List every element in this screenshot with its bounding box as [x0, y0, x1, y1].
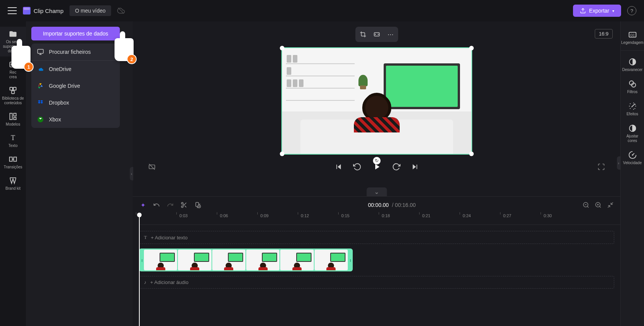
playback-controls: [133, 155, 620, 179]
clipchamp-icon: [23, 7, 31, 15]
expand-timeline-handle[interactable]: ⌄: [366, 187, 387, 196]
resize-handle-tl[interactable]: [280, 46, 284, 50]
sidebar-item-media[interactable]: Os seus suportes de dados: [0, 27, 26, 56]
import-media-button[interactable]: Importar suportes de dados: [31, 27, 120, 40]
svg-rect-12: [38, 49, 44, 53]
svg-line-22: [185, 206, 186, 207]
import-onedrive[interactable]: OneDrive: [31, 61, 120, 77]
media-panel: Importar suportes de dados Procurar fich…: [26, 21, 133, 326]
music-icon: ♪: [144, 279, 147, 285]
export-button[interactable]: Exportar ▾: [573, 5, 621, 17]
more-tools[interactable]: ⋯: [384, 28, 397, 40]
play-button[interactable]: [372, 162, 381, 171]
timeline-ruler[interactable]: 00:030:060:090:120:150:180:210:240:270:3…: [139, 213, 620, 225]
forward-5s-button[interactable]: [392, 163, 400, 171]
duplicate-tool[interactable]: [194, 202, 202, 208]
crop-tool[interactable]: [357, 28, 369, 40]
monitor-icon: [37, 48, 44, 56]
xbox-icon: [37, 116, 44, 123]
sidebar-item-record[interactable]: Rec crea: [0, 57, 26, 82]
svg-point-20: [181, 206, 183, 208]
video-preview-canvas[interactable]: ↻: [281, 47, 472, 155]
import-xbox[interactable]: Xbox: [31, 111, 120, 128]
timeline-section: ✦ 00:00.00 / 00:16.00 00:030:060:0: [133, 196, 620, 326]
svg-rect-11: [14, 157, 16, 161]
skip-back-button[interactable]: [335, 163, 342, 171]
sidebar-item-captions[interactable]: CC Legendagem: [621, 27, 644, 51]
rewind-5s-button[interactable]: [353, 163, 362, 171]
zoom-in-button[interactable]: [594, 202, 602, 208]
sidebar-item-text[interactable]: T Texto: [0, 131, 26, 151]
ruler-tick: 0:15: [341, 213, 349, 218]
svg-line-34: [608, 206, 610, 208]
audio-track[interactable]: ♪ + Adicionar áudio: [139, 276, 614, 289]
svg-point-3: [11, 63, 13, 66]
video-clip[interactable]: || ||: [139, 249, 353, 271]
hide-preview-button[interactable]: [148, 163, 156, 171]
ruler-tick: 0:06: [220, 213, 228, 218]
timecode-display: 00:00.00 / 00:16.00: [368, 202, 416, 208]
import-dropbox[interactable]: Dropbox: [31, 94, 120, 111]
magic-tool[interactable]: ✦: [139, 202, 147, 209]
ruler-tick: 0:12: [301, 213, 309, 218]
help-button[interactable]: ?: [627, 6, 636, 15]
fit-tool[interactable]: [371, 28, 383, 40]
main-area: ‹ ⋯ 16:9 ↻: [133, 21, 620, 326]
svg-point-19: [181, 202, 183, 204]
preview-area: ⋯ 16:9 ↻: [133, 21, 620, 196]
fullscreen-button[interactable]: [597, 163, 605, 171]
split-tool[interactable]: [180, 202, 188, 208]
sidebar-item-effects[interactable]: Efeitos: [621, 98, 644, 120]
sidebar-item-templates[interactable]: Modelos: [0, 109, 26, 130]
record-icon: [9, 60, 17, 69]
sidebar-item-colors[interactable]: Ajustar cores: [621, 120, 644, 147]
svg-line-33: [611, 202, 613, 204]
ruler-tick: 0:27: [503, 213, 511, 218]
svg-rect-9: [14, 118, 16, 120]
svg-rect-7: [10, 113, 12, 120]
skip-forward-button[interactable]: [411, 163, 419, 171]
import-dropdown-menu: Procurar ficheiros OneDrive Google Drive…: [31, 44, 120, 128]
app-header: Clip Champ O meu vídeo Exportar ▾ ?: [0, 0, 644, 21]
sidebar-item-transitions[interactable]: Transições: [0, 152, 26, 173]
svg-line-27: [587, 206, 588, 207]
resize-handle-tr[interactable]: [469, 46, 474, 50]
zoom-out-button[interactable]: [582, 202, 590, 208]
svg-line-23: [183, 204, 184, 205]
folder-icon: [9, 30, 17, 38]
svg-line-30: [599, 206, 600, 207]
import-browse-files[interactable]: Procurar ficheiros: [31, 44, 120, 61]
text-track[interactable]: T + Adicionar texto: [139, 231, 614, 244]
undo-button[interactable]: [153, 202, 160, 208]
app-logo[interactable]: Clip Champ: [23, 7, 63, 15]
menu-button[interactable]: [8, 7, 17, 14]
fade-icon: [628, 58, 637, 66]
video-track[interactable]: || ||: [139, 249, 614, 271]
preview-toolbar: ⋯: [355, 27, 398, 42]
sidebar-item-library[interactable]: Biblioteca de conteúdos: [0, 83, 26, 108]
sidebar-item-brandkit[interactable]: Brand kit: [0, 173, 26, 194]
clip-handle-right[interactable]: ||: [349, 250, 352, 270]
ruler-tick: 0:18: [382, 213, 390, 218]
collapse-right-panel-button[interactable]: ›: [617, 157, 620, 170]
sidebar-item-fade[interactable]: Desvanecer: [621, 54, 644, 76]
import-googledrive[interactable]: Google Drive: [31, 77, 120, 94]
text-icon: T: [9, 134, 17, 142]
filters-icon: [628, 80, 637, 88]
templates-icon: [9, 112, 17, 121]
sidebar-item-filters[interactable]: Filtros: [621, 76, 644, 98]
svg-rect-5: [13, 87, 16, 90]
aspect-ratio-selector[interactable]: 16:9: [595, 29, 613, 39]
left-sidebar: Os seus suportes de dados Rec crea Bibli…: [0, 21, 26, 326]
project-title-input[interactable]: O meu vídeo: [69, 5, 111, 16]
zoom-fit-button[interactable]: [607, 202, 614, 208]
googledrive-icon: [37, 82, 44, 90]
timeline-tracks: T + Adicionar texto ||: [133, 225, 620, 326]
sidebar-item-speed[interactable]: Velocidade: [621, 147, 644, 169]
redo-button[interactable]: [166, 202, 174, 208]
playhead[interactable]: [139, 213, 140, 326]
captions-icon: CC: [628, 31, 637, 39]
clip-handle-left[interactable]: ||: [140, 250, 143, 270]
upload-icon: [580, 8, 586, 14]
cloud-sync-off-icon[interactable]: [117, 7, 125, 15]
